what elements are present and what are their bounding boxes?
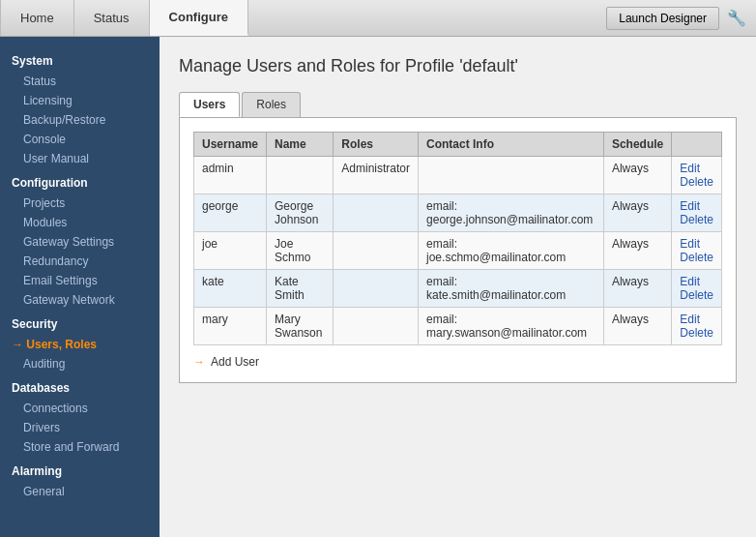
delete-link[interactable]: Delete [680,251,713,264]
col-header-roles: Roles [334,133,419,157]
nav-tab-status[interactable]: Status [74,0,150,36]
sidebar-item-general[interactable]: General [0,482,160,501]
sidebar-item-drivers[interactable]: Drivers [0,418,160,437]
edit-link[interactable]: Edit [680,275,713,288]
sidebar-item-connections[interactable]: Connections [0,399,160,418]
cell-contact: email: joe.schmo@mailinator.com [419,232,604,270]
col-header-username: Username [194,133,267,157]
cell-username: joe [194,232,267,270]
cell-name [267,157,334,194]
cell-schedule: Always [603,308,671,345]
cell-actions: Edit Delete [672,232,722,270]
sidebar-item-gateway-settings[interactable]: Gateway Settings [0,232,160,252]
col-header-name: Name [267,133,334,157]
edit-link[interactable]: Edit [680,237,713,251]
cell-schedule: Always [603,232,671,270]
cell-schedule: Always [603,194,671,232]
add-user-arrow-icon: → [193,355,205,369]
table-row: joe Joe Schmo email: joe.schmo@mailinato… [194,232,722,270]
sidebar-item-projects[interactable]: Projects [0,194,160,213]
cell-actions: Edit Delete [672,308,722,345]
sidebar-item-console[interactable]: Console [0,130,160,149]
col-header-actions [672,133,722,157]
cell-roles [334,270,419,308]
sidebar-item-user-manual[interactable]: User Manual [0,149,160,168]
table-row: mary Mary Swanson email: mary.swanson@ma… [194,308,722,345]
cell-username: george [194,194,267,232]
cell-contact: email: mary.swanson@mailinator.com [419,308,604,345]
sidebar-item-backup-restore[interactable]: Backup/Restore [0,110,160,130]
col-header-schedule: Schedule [603,133,671,157]
wrench-icon: 🔧 [727,9,746,27]
cell-contact: email: george.johnson@mailinator.com [419,194,604,232]
sidebar-section-alarming: Alarming [0,457,160,482]
cell-name: Mary Swanson [267,308,334,345]
content-tabs: Users Roles [179,92,737,117]
main-layout: System Status Licensing Backup/Restore C… [0,37,756,537]
cell-name: Kate Smith [267,270,334,308]
edit-link[interactable]: Edit [680,162,713,175]
main-content: Manage Users and Roles for Profile 'defa… [160,37,756,537]
cell-schedule: Always [603,157,671,194]
nav-tab-configure[interactable]: Configure [150,0,248,36]
sidebar-section-databases: Databases [0,373,160,399]
edit-link[interactable]: Edit [680,313,713,326]
cell-username: kate [194,270,267,308]
table-row: george George Johnson email: george.john… [194,194,722,232]
delete-link[interactable]: Delete [680,213,713,226]
sidebar-section-configuration: Configuration [0,168,160,194]
table-header-row: Username Name Roles Contact Info Schedul… [194,133,722,157]
sidebar-item-gateway-network[interactable]: Gateway Network [0,290,160,310]
add-user-row: → Add User [193,355,722,369]
cell-actions: Edit Delete [672,157,722,194]
sidebar-section-system: System [0,46,160,72]
launch-designer-button[interactable]: Launch Designer [606,7,719,30]
cell-contact: email: kate.smith@mailinator.com [419,270,604,308]
users-table: Username Name Roles Contact Info Schedul… [193,132,722,345]
delete-link[interactable]: Delete [680,175,713,189]
sidebar-item-email-settings[interactable]: Email Settings [0,271,160,290]
tab-roles[interactable]: Roles [242,92,301,117]
cell-username: mary [194,308,267,345]
page-title: Manage Users and Roles for Profile 'defa… [179,56,737,76]
table-row: kate Kate Smith email: kate.smith@mailin… [194,270,722,308]
sidebar: System Status Licensing Backup/Restore C… [0,37,160,537]
sidebar-section-security: Security [0,310,160,335]
cell-contact [419,157,604,194]
cell-name: Joe Schmo [267,232,334,270]
users-table-container: Username Name Roles Contact Info Schedul… [179,117,737,383]
cell-name: George Johnson [267,194,334,232]
sidebar-item-auditing[interactable]: Auditing [0,354,160,373]
cell-schedule: Always [603,270,671,308]
cell-roles [334,308,419,345]
nav-tab-home[interactable]: Home [0,0,74,36]
sidebar-item-status[interactable]: Status [0,72,160,91]
cell-roles [334,232,419,270]
edit-link[interactable]: Edit [680,199,713,213]
top-nav-right: Launch Designer 🔧 [606,0,756,36]
add-user-button[interactable]: Add User [211,355,259,369]
delete-link[interactable]: Delete [680,326,713,340]
sidebar-item-store-and-forward[interactable]: Store and Forward [0,437,160,457]
top-navigation: Home Status Configure Launch Designer 🔧 [0,0,756,37]
cell-roles: Administrator [334,157,419,194]
cell-actions: Edit Delete [672,194,722,232]
delete-link[interactable]: Delete [680,288,713,302]
sidebar-item-users-roles[interactable]: Users, Roles [0,335,160,354]
cell-username: admin [194,157,267,194]
col-header-contact-info: Contact Info [419,133,604,157]
sidebar-item-redundancy[interactable]: Redundancy [0,252,160,271]
cell-actions: Edit Delete [672,270,722,308]
sidebar-item-licensing[interactable]: Licensing [0,91,160,110]
tab-users[interactable]: Users [179,92,240,117]
cell-roles [334,194,419,232]
table-row: admin Administrator Always Edit Delete [194,157,722,194]
sidebar-item-modules[interactable]: Modules [0,213,160,232]
